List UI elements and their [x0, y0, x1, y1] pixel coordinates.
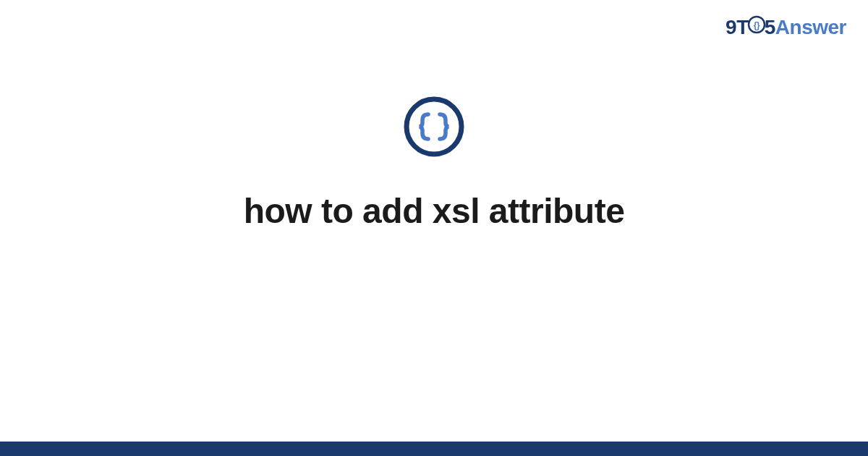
- svg-point-2: [407, 99, 461, 154]
- brand-text-5: 5: [765, 16, 775, 38]
- main-content: how to add xsl attribute: [0, 94, 868, 231]
- footer-bar: [0, 442, 868, 456]
- code-braces-icon: [401, 94, 467, 162]
- brand-text-9t: 9T: [726, 16, 749, 38]
- page-title: how to add xsl attribute: [0, 191, 868, 231]
- svg-text:{}: {}: [754, 20, 760, 30]
- brand-text-answer: Answer: [775, 16, 846, 38]
- clock-icon: {}: [747, 15, 766, 39]
- brand-logo: 9T {} 5Answer: [726, 16, 846, 41]
